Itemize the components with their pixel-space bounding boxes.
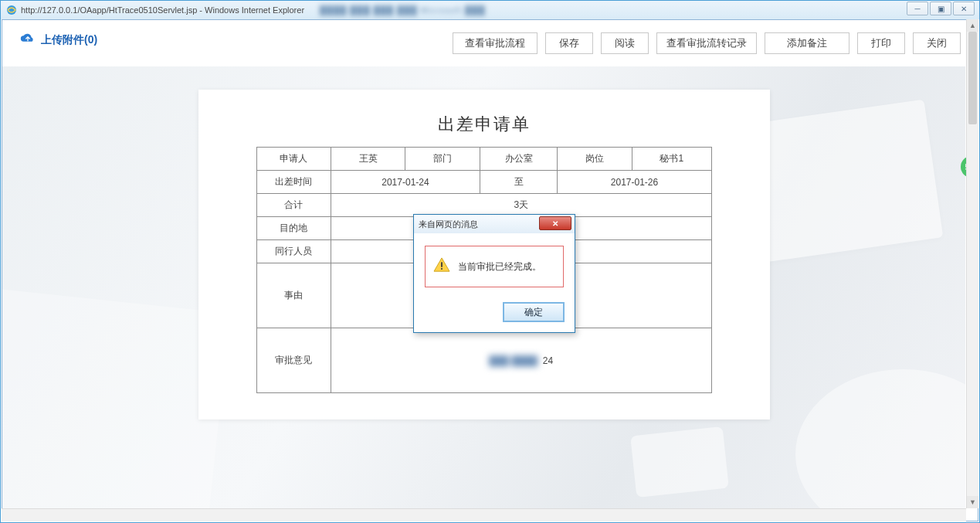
dialog-message: 当前审批已经完成。 (458, 260, 541, 273)
value-approval-opinion: ███ ████ 24 (331, 328, 711, 393)
window-frame: http://127.0.0.1/OAapp/HtTrace0510Servle… (0, 0, 980, 523)
dialog-footer: 确定 (414, 295, 575, 332)
value-department: 办公室 (480, 148, 558, 171)
warning-icon (433, 257, 450, 276)
table-row: 合计 3天 (256, 194, 711, 217)
label-trip-time: 出差时间 (256, 171, 331, 194)
titlebar: http://127.0.0.1/OAapp/HtTrace0510Servle… (1, 1, 979, 19)
table-row: 出差时间 2017-01-24 至 2017-01-26 (256, 171, 711, 194)
table-row: 申请人 王英 部门 办公室 岗位 秘书1 (256, 148, 711, 171)
value-position: 秘书1 (632, 148, 711, 171)
alert-dialog: 来自网页的消息 ✕ 当前审批已经完成。 确定 (413, 214, 575, 333)
label-to: 至 (480, 171, 558, 194)
label-position: 岗位 (558, 148, 632, 171)
label-applicant: 申请人 (256, 148, 331, 171)
table-row: 审批意见 ███ ████ 24 (256, 328, 711, 393)
scroll-down-button[interactable]: ▼ (967, 496, 978, 508)
message-box: 当前审批已经完成。 (425, 246, 564, 287)
value-total: 3天 (331, 194, 711, 217)
window-controls: ─ ▣ ✕ (907, 0, 979, 15)
dialog-close-button[interactable]: ✕ (539, 216, 571, 230)
svg-rect-2 (441, 268, 443, 270)
close-button[interactable]: 关闭 (913, 32, 961, 54)
save-button[interactable]: 保存 (545, 32, 593, 54)
bg-shape (795, 369, 965, 508)
read-button[interactable]: 阅读 (601, 32, 649, 54)
view-records-button[interactable]: 查看审批流转记录 (656, 32, 757, 54)
view-flow-button[interactable]: 查看审批流程 (453, 32, 537, 54)
label-department: 部门 (405, 148, 480, 171)
horizontal-scrollbar[interactable] (2, 508, 966, 521)
minimize-button[interactable]: ─ (907, 2, 928, 15)
dialog-titlebar: 来自网页的消息 ✕ (414, 215, 575, 233)
vertical-scrollbar[interactable]: ▲ ▼ (966, 19, 978, 508)
close-x-icon: ✕ (552, 219, 558, 228)
dialog-body: 当前审批已经完成。 (414, 233, 575, 295)
label-destination: 目的地 (256, 217, 331, 240)
svg-rect-1 (441, 262, 443, 267)
value-applicant: 王英 (331, 148, 405, 171)
ok-button[interactable]: 确定 (504, 303, 564, 321)
maximize-button[interactable]: ▣ (930, 2, 951, 15)
approval-hint: 24 (543, 355, 553, 366)
value-start-date: 2017-01-24 (331, 171, 480, 194)
window-title: http://127.0.0.1/OAapp/HtTrace0510Servle… (21, 5, 304, 15)
ie-icon (5, 4, 18, 16)
bg-shape (2, 287, 230, 508)
label-total: 合计 (256, 194, 331, 217)
scroll-thumb[interactable] (968, 32, 977, 124)
bg-shape (630, 426, 729, 498)
obscured-titlebar-text: ████ ███ ███ ███ Microsoft ███ (320, 5, 486, 15)
scroll-up-button[interactable]: ▲ (967, 19, 978, 32)
value-end-date: 2017-01-26 (558, 171, 711, 194)
label-companions: 同行人员 (256, 240, 331, 263)
window-close-button[interactable]: ✕ (953, 2, 975, 15)
cloud-upload-icon (19, 32, 36, 47)
print-button[interactable]: 打印 (857, 32, 905, 54)
upload-label: 上传附件(0) (41, 33, 97, 47)
add-note-button[interactable]: 添加备注 (765, 32, 849, 54)
toolbar: 上传附件(0) 查看审批流程 保存 阅读 查看审批流转记录 添加备注 打印 关闭 (2, 20, 978, 66)
label-reason: 事由 (256, 263, 331, 328)
dialog-title: 来自网页的消息 (419, 219, 478, 230)
label-approval-opinion: 审批意见 (256, 328, 331, 393)
form-title: 出差申请单 (198, 113, 770, 136)
upload-attachment-link[interactable]: 上传附件(0) (19, 32, 97, 47)
